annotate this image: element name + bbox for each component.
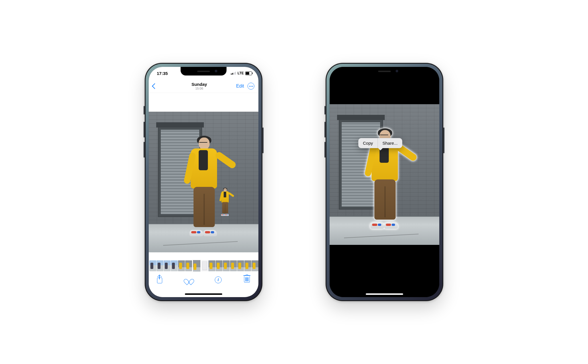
photo-subject-person (185, 138, 220, 235)
delete-button[interactable] (244, 276, 251, 283)
home-indicator[interactable] (185, 293, 222, 295)
context-copy-button[interactable]: Copy (358, 138, 378, 148)
thumbnail[interactable] (171, 260, 178, 271)
thumbnail[interactable] (178, 260, 185, 271)
power-button (262, 127, 264, 153)
thumbnail[interactable] (230, 260, 237, 271)
cellular-signal-icon (231, 72, 236, 75)
thumbnail[interactable] (164, 260, 171, 271)
nav-bar: Sunday 15:06 Edit (149, 80, 258, 93)
thumbnail[interactable] (149, 260, 156, 271)
photo-scrubber[interactable] (149, 260, 258, 272)
favorite-button[interactable] (185, 276, 192, 283)
status-time: 17:35 (157, 71, 168, 76)
thumbnail[interactable] (208, 260, 215, 271)
volume-down-button (144, 142, 145, 158)
photo-viewer[interactable]: Copy Share... (330, 104, 439, 245)
power-button (443, 127, 444, 153)
photo-subject-person-small (220, 188, 230, 216)
nav-subtitle: 15:06 (170, 87, 229, 90)
edit-button[interactable]: Edit (236, 84, 244, 89)
volume-down-button (324, 142, 326, 158)
thumbnail[interactable] (156, 260, 163, 271)
info-button[interactable]: i (215, 276, 222, 283)
share-button[interactable] (156, 276, 163, 283)
thumbnail[interactable] (216, 260, 223, 271)
nav-title: Sunday (170, 82, 229, 87)
photos-app-screen: 17:35 LTE Sunday 15:06 (149, 67, 258, 297)
thumbnail[interactable] (185, 260, 192, 271)
bottom-toolbar: i (149, 272, 258, 288)
photo-viewer[interactable] (149, 104, 258, 260)
volume-up-button (324, 122, 326, 138)
more-actions-button[interactable] (247, 83, 254, 90)
photo-content (149, 112, 258, 252)
display-notch (181, 67, 227, 75)
phone-mockup-right: Copy Share... (326, 63, 443, 301)
subject-lift-screen: Copy Share... (330, 67, 439, 297)
subject-context-menu: Copy Share... (358, 138, 402, 148)
mute-switch (144, 106, 145, 115)
display-notch (361, 67, 407, 75)
volume-up-button (144, 122, 145, 138)
thumbnail[interactable] (223, 260, 230, 271)
phone-mockup-left: 17:35 LTE Sunday 15:06 (145, 63, 262, 301)
thumbnail[interactable] (244, 260, 251, 271)
thumbnail[interactable] (201, 260, 208, 271)
comparison-stage: 17:35 LTE Sunday 15:06 (0, 0, 588, 364)
home-indicator[interactable] (366, 293, 403, 295)
thumbnail[interactable] (237, 260, 244, 271)
mute-switch (324, 106, 326, 115)
battery-icon (245, 71, 252, 75)
thumbnail-selected[interactable] (192, 260, 201, 272)
context-share-button[interactable]: Share... (378, 138, 402, 148)
thumbnail[interactable] (252, 260, 258, 271)
network-type-label: LTE (237, 71, 244, 75)
back-button[interactable] (152, 83, 158, 89)
